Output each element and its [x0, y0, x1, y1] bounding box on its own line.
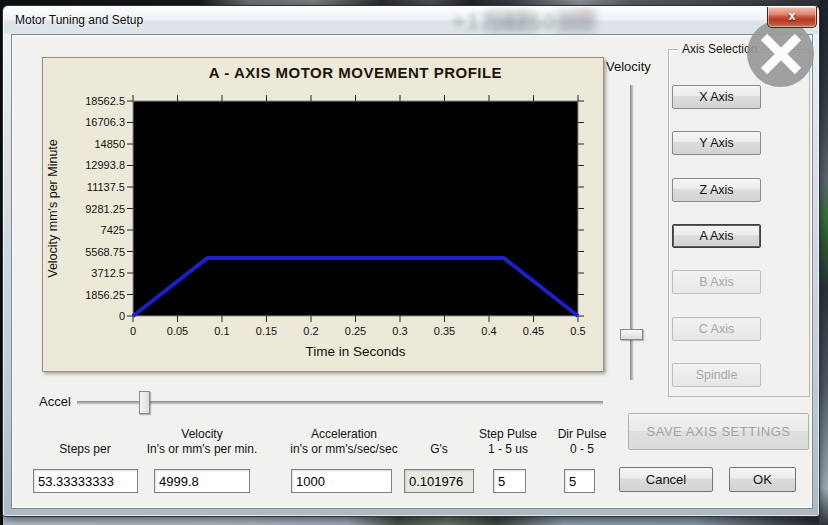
velocity-input[interactable] [154, 469, 250, 493]
motor-profile-chart: A - AXIS MOTOR MOVEMENT PROFILE01856.253… [43, 58, 603, 371]
y-tick-label: 5568.75 [85, 246, 125, 258]
x-tick-label: 0.3 [392, 325, 407, 337]
x-tick-label: 0.05 [167, 325, 188, 337]
x-tick-label: 0.45 [523, 325, 544, 337]
velocity-field-label: Velocity In's or mm's per min. [127, 425, 277, 457]
axis-selection-group: Axis Selection X Axis Y Axis Z Axis A Ax… [668, 49, 810, 397]
background-video-bottom-strip [0, 516, 828, 525]
x-axis-button[interactable]: X Axis [672, 85, 761, 109]
y-axis-button[interactable]: Y Axis [672, 131, 761, 155]
velocity-slider-label: Velocity [606, 59, 662, 74]
background-video-right-strip [819, 0, 828, 525]
y-tick-label: 0 [119, 310, 125, 322]
x-tick-label: 0 [130, 325, 136, 337]
x-tick-label: 0.1 [214, 325, 229, 337]
acceleration-input[interactable] [291, 469, 392, 493]
c-axis-button: C Axis [672, 317, 761, 341]
y-axis-title: Velocity mm's per Minute [46, 139, 60, 278]
window-close-button[interactable]: x [767, 7, 817, 28]
y-tick-label: 16706.3 [85, 116, 125, 128]
b-axis-button: B Axis [672, 270, 761, 294]
y-tick-label: 7425 [101, 224, 125, 236]
x-tick-label: 0.4 [481, 325, 496, 337]
accel-slider-label: Accel [39, 394, 71, 409]
y-tick-label: 12993.8 [85, 159, 125, 171]
steps-per-input[interactable] [33, 469, 138, 493]
gs-readout [404, 469, 474, 493]
window-title: Motor Tuning and Setup [15, 13, 143, 27]
velocity-slider-thumb[interactable] [620, 329, 643, 340]
x-tick-label: 0.15 [256, 325, 277, 337]
y-tick-label: 14850 [94, 138, 125, 150]
step-pulse-input[interactable] [493, 469, 526, 493]
video-overlay-close-button[interactable] [747, 20, 814, 87]
dir-pulse-input[interactable] [564, 469, 595, 493]
y-tick-label: 9281.25 [85, 203, 125, 215]
y-tick-label: 18562.5 [85, 95, 125, 107]
plot-area [133, 101, 578, 316]
y-tick-label: 3712.5 [91, 267, 125, 279]
acceleration-field-label: Acceleration in's or mm's/sec/sec [269, 425, 419, 457]
spindle-button: Spindle [672, 363, 761, 387]
z-axis-button[interactable]: Z Axis [672, 178, 761, 202]
accel-slider-track[interactable] [77, 401, 603, 405]
y-tick-label: 1856.25 [85, 289, 125, 301]
save-axis-settings-button: SAVE AXIS SETTINGS [628, 413, 809, 450]
y-tick-label: 11137.5 [87, 181, 125, 193]
dialog-client-area: A - AXIS MOTOR MOVEMENT PROFILE01856.253… [11, 34, 813, 509]
x-tick-label: 0.2 [303, 325, 318, 337]
motor-tuning-dialog: +17.4750 Motor Tuning and Setup x A - AX… [2, 5, 820, 517]
dir-pulse-label: Dir Pulse 0 - 5 [532, 425, 632, 457]
accel-slider-thumb[interactable] [139, 391, 150, 414]
titlebar[interactable]: +17.4750 Motor Tuning and Setup [4, 7, 818, 34]
x-tick-label: 0.5 [570, 325, 585, 337]
steps-per-label: Steps per [35, 425, 135, 457]
x-axis-title: Time in Seconds [305, 344, 405, 359]
screen: +17.4750 Motor Tuning and Setup x A - AX… [0, 0, 828, 525]
ok-button[interactable]: OK [729, 467, 796, 492]
chart-title: A - AXIS MOTOR MOVEMENT PROFILE [209, 64, 502, 81]
cancel-button[interactable]: Cancel [619, 467, 713, 492]
x-tick-label: 0.35 [434, 325, 455, 337]
motor-profile-chart-panel: A - AXIS MOTOR MOVEMENT PROFILE01856.253… [42, 57, 604, 372]
x-tick-label: 0.25 [345, 325, 366, 337]
a-axis-button[interactable]: A Axis [672, 224, 761, 248]
